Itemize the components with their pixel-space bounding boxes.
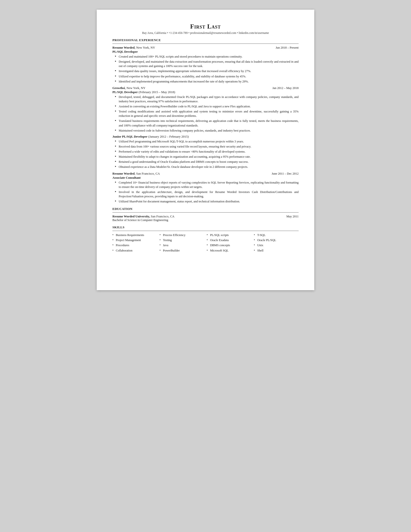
bullet-item: Utilized SharePoint for document managem… [115,199,299,204]
job-sub-entry-2: Junior PL/SQL Developer (January 2012 – … [112,135,299,169]
skills-col-3: PL/SQL scripts Oracle Exadata DBMS conce… [207,233,252,253]
skill-item: Procedures [112,243,157,247]
bullet-item: Developed, tested, debugged, and documen… [115,95,299,104]
job-entry-1: Resume Worded, New York, NY Jun 2018 – P… [112,46,299,84]
job-bullets-1: Created and maintained 100+ PL/SQL scrip… [112,54,299,84]
section-divider-skills [112,231,299,231]
skill-item: Oracle Exadata [207,238,252,242]
job-title-1: PL/SQL Developer [112,50,299,54]
job-dates-2: Jan 2012 – May 2018 [272,86,299,90]
professional-experience-section: Professional Experience Resume Worded, N… [112,38,299,204]
bullet-item: Completed 10+ financial business object … [115,180,299,189]
edu-header: Resume Worded University, San Francisco,… [112,215,299,218]
job-header-2: Growthsi, New York, NY Jan 2012 – May 20… [112,86,299,90]
job-title-3: Associate Consultant [112,176,299,180]
job-company-3: Resume Worded, San Francisco, CA [112,172,160,176]
job-bullets-2: Developed, tested, debugged, and documen… [112,95,299,133]
job-header-3: Resume Worded, San Francisco, CA June 20… [112,172,299,176]
skill-item: Business Requirements [112,233,157,237]
section-divider [112,44,299,44]
section-divider-edu [112,212,299,213]
edu-degree: Bachelor of Science in Computer Engineer… [112,218,299,222]
job-bullets-3: Completed 10+ financial business object … [112,180,299,204]
job-dates-1: Jun 2018 – Present [276,46,299,50]
bullet-item: Assisted in converting an existing Power… [115,104,299,109]
bullet-item: Maintained versioned code in Subversion … [115,128,299,133]
skills-col-2: Process Efficiency Testing Java PowerBui… [159,233,204,253]
bullet-item: Involved in the application architecture… [115,190,299,199]
sub-job-bullets-2: Utilized Perl programming and Microsoft … [112,139,299,169]
job-header-1: Resume Worded, New York, NY Jun 2018 – P… [112,46,299,50]
skill-item: Process Efficiency [159,233,204,237]
edu-date: May 2011 [286,215,299,218]
skill-item: Project Management [112,238,157,242]
skill-item: Shell [254,248,299,253]
skills-grid: Business Requirements Project Management… [112,233,299,253]
sub-job-title-2: Junior PL/SQL Developer (January 2012 – … [112,135,299,139]
bullet-item: Tested coding modifications and assisted… [115,109,299,118]
resume-header: First Last Bay Area, California • +1-234… [112,23,299,35]
skill-item: Microsoft SQL [207,248,252,253]
job-entry-2: Growthsi, New York, NY Jan 2012 – May 20… [112,86,299,169]
skills-col-4: T-SQL Oracle PL/SQL Unix Shell [254,233,299,253]
skill-item: PL/SQL scripts [207,233,252,237]
skill-item: Oracle PL/SQL [254,238,299,242]
skill-item: Collaboration [112,248,157,253]
bullet-item: Translated business requirements into te… [115,119,299,127]
skill-item: Java [159,243,204,247]
job-company-1: Resume Worded, New York, NY [112,46,155,50]
contact-info: Bay Area, California • +1-234-456-789 • … [112,31,299,35]
skill-item: DBMS concepts [207,243,252,247]
candidate-name: First Last [112,23,299,30]
skill-item: T-SQL [254,233,299,237]
job-dates-3: June 2011 – Dec 2012 [272,172,299,176]
job-entry-3: Resume Worded, San Francisco, CA June 20… [112,172,299,204]
bullet-item: Retained a good understanding of Oracle … [115,160,299,164]
resume-page: First Last Bay Area, California • +1-234… [97,10,314,290]
edu-school: Resume Worded University, San Francisco,… [112,215,175,218]
job-title-2: PL/SQL Developer (February 2015 – May 20… [112,90,299,94]
bullet-item: Identified and implemented programming e… [115,79,299,84]
bullet-item: Utilized Perl programming and Microsoft … [115,139,299,144]
skill-item: PowerBuilder [159,248,204,253]
job-company-2: Growthsi, New York, NY [112,86,145,90]
bullet-item: Performed a wide variety of edits and va… [115,150,299,154]
bullet-item: Designed, developed, and maintained the … [115,59,299,68]
bullet-item: Investigated data quality issues, implem… [115,69,299,73]
education-section: Education Resume Worded University, San … [112,207,299,222]
bullet-item: Created and maintained 100+ PL/SQL scrip… [115,54,299,59]
skills-section: Skills Business Requirements Project Man… [112,225,299,253]
skills-title: Skills [112,225,299,229]
skill-item: Unix [254,243,299,247]
skill-item: Testing [159,238,204,242]
bullet-item: Utilized expertise to help improve the p… [115,74,299,79]
bullet-item: Received data from 100+ various sources … [115,144,299,149]
education-title: Education [112,207,299,211]
professional-experience-title: Professional Experience [112,38,299,42]
skills-col-1: Business Requirements Project Management… [112,233,157,253]
bullet-item: Obtained experience as a Data Modeler/Sr… [115,165,299,169]
bullet-item: Maintained flexibility to adapt to chang… [115,154,299,159]
